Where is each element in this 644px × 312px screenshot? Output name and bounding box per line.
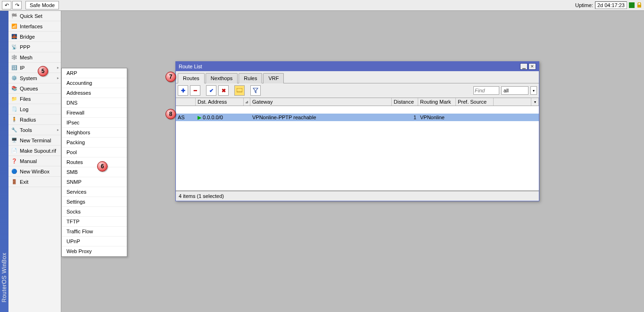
cell-distance: 1 — [392, 115, 418, 120]
cell-flags: AS — [176, 115, 196, 120]
submenu-item-settings[interactable]: Settings — [62, 197, 127, 207]
submenu-item-pool[interactable]: Pool — [62, 148, 127, 157]
submenu-item-web-proxy[interactable]: Web Proxy — [62, 246, 127, 256]
submenu-item-arp[interactable]: ARP — [62, 68, 127, 78]
submenu-item-neighbors[interactable]: Neighbors — [62, 128, 127, 138]
col-gateway[interactable]: Gateway — [250, 98, 392, 106]
submenu-item-snmp[interactable]: SNMP — [62, 177, 127, 187]
active-route-icon: ▶ — [198, 115, 201, 120]
close-button[interactable]: ✕ — [528, 63, 536, 70]
tab-rules[interactable]: Rules — [239, 73, 262, 83]
callout-7: 7 — [165, 72, 176, 82]
callout-5: 5 — [38, 66, 48, 76]
window-tabs: RoutesNexthopsRulesVRF — [176, 71, 539, 83]
filter-dropdown-arrow[interactable]: ▾ — [530, 86, 537, 95]
ip-submenu: ARPAccountingAddressesDNSFirewallIPsecNe… — [61, 68, 127, 257]
callout-6: 6 — [97, 161, 107, 172]
status-bar: 4 items (1 selected) — [176, 191, 539, 201]
cell-dst: ▶ 0.0.0.0/0 — [196, 115, 250, 121]
submenu-item-socks[interactable]: Socks — [62, 207, 127, 217]
cell-gateway: VPNonline-PPTP reachable — [250, 115, 392, 120]
submenu-item-upnp[interactable]: UPnP — [62, 237, 127, 246]
window-titlebar[interactable]: Route List ▁ ✕ — [176, 62, 539, 71]
submenu-item-accounting[interactable]: Accounting — [62, 78, 127, 88]
tab-nexthops[interactable]: Nexthops — [206, 73, 238, 83]
filter-all-dropdown[interactable]: all — [501, 86, 528, 95]
submenu-item-packing[interactable]: Packing — [62, 138, 127, 148]
submenu-item-smb[interactable]: SMB — [62, 167, 127, 177]
filter-button[interactable] — [250, 85, 261, 96]
find-input[interactable] — [473, 86, 499, 95]
route-row[interactable]: AS ▶ 0.0.0.0/0 VPNonline-PPTP reachable … — [176, 114, 539, 121]
submenu-item-services[interactable]: Services — [62, 187, 127, 197]
submenu-item-tftp[interactable]: TFTP — [62, 217, 127, 227]
grid-body[interactable]: AS ▶ 0.0.0.0/0 VPNonline-PPTP reachable … — [176, 106, 539, 191]
remove-button[interactable]: ━ — [190, 85, 200, 96]
grid-header: Dst. Address ⊿ Gateway Distance Routing … — [176, 98, 539, 106]
enable-button[interactable]: ✔ — [206, 85, 216, 96]
tab-vrf[interactable]: VRF — [263, 73, 284, 83]
route-list-window[interactable]: Route List ▁ ✕ RoutesNexthopsRulesVRF ✚ … — [175, 61, 539, 201]
tab-routes[interactable]: Routes — [178, 73, 205, 83]
submenu-item-firewall[interactable]: Firewall — [62, 108, 127, 118]
col-spacer — [494, 98, 531, 106]
submenu-item-traffic-flow[interactable]: Traffic Flow — [62, 227, 127, 237]
col-dst-address[interactable]: Dst. Address — [196, 98, 244, 106]
submenu-item-routes[interactable]: Routes — [62, 157, 127, 167]
add-button[interactable]: ✚ — [178, 85, 188, 96]
disable-button[interactable]: ✖ — [218, 85, 229, 96]
submenu-item-dns[interactable]: DNS — [62, 98, 127, 108]
funnel-icon — [253, 88, 258, 93]
comment-icon — [237, 88, 242, 93]
minimize-button[interactable]: ▁ — [520, 63, 528, 70]
col-picker[interactable]: ▾ — [531, 98, 539, 106]
workspace: ARPAccountingAddressesDNSFirewallIPsecNe… — [0, 0, 644, 312]
submenu-item-addresses[interactable]: Addresses — [62, 88, 127, 98]
callout-8: 8 — [165, 109, 176, 119]
col-distance[interactable]: Distance — [392, 98, 418, 106]
col-sort-indicator[interactable]: ⊿ — [244, 98, 250, 106]
svg-rect-2 — [237, 88, 242, 92]
col-flags[interactable] — [176, 98, 196, 106]
window-title: Route List — [179, 64, 519, 69]
cell-routing-mark: VPNonline — [418, 115, 456, 120]
submenu-item-ipsec[interactable]: IPsec — [62, 118, 127, 128]
comment-button[interactable] — [234, 85, 245, 96]
col-routing-mark[interactable]: Routing Mark — [418, 98, 456, 106]
col-pref-source[interactable]: Pref. Source — [456, 98, 494, 106]
window-toolbar: ✚ ━ ✔ ✖ all ▾ — [176, 83, 539, 98]
